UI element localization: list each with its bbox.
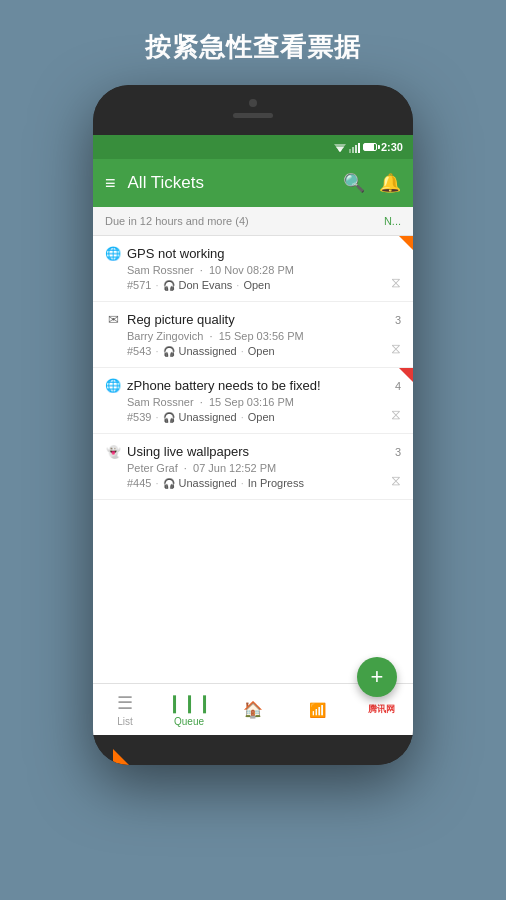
ticket-author-date: Barry Zingovich · 15 Sep 03:56 PM	[105, 330, 401, 342]
timer-icon: ⧖	[391, 274, 401, 290]
ticket-author-date: Sam Rossner · 15 Sep 03:16 PM	[105, 396, 401, 408]
fab-button[interactable]: +	[357, 657, 397, 697]
ticket-type-icon: 🌐	[105, 378, 121, 393]
social-icon: 📶	[309, 702, 326, 718]
nav-item-brand[interactable]: 腾讯网	[349, 697, 413, 722]
battery-icon	[363, 143, 377, 151]
hamburger-icon[interactable]: ≡	[105, 173, 116, 194]
queue-icon: ❙❙❙	[167, 692, 212, 714]
status-bar: 2:30	[93, 135, 413, 159]
page-title: 按紧急性查看票据	[125, 0, 381, 85]
ticket-assignee: Unassigned	[179, 477, 237, 489]
ticket-status: Open	[248, 345, 275, 357]
ticket-title: zPhone battery needs to be fixed!	[127, 378, 389, 393]
brand-label: 腾讯网	[368, 703, 395, 716]
timer-icon: ⧖	[391, 472, 401, 488]
home-icon: 🏠	[243, 700, 263, 719]
search-icon[interactable]: 🔍	[343, 172, 365, 194]
ticket-title: Reg picture quality	[127, 312, 389, 327]
dot-sep1: ·	[155, 345, 158, 357]
ticket-count-badge: 4	[395, 380, 401, 392]
table-row[interactable]: ✉ Reg picture quality 3 Barry Zingovich …	[93, 302, 413, 368]
dot-sep1: ·	[155, 411, 158, 423]
signal-icon	[349, 141, 360, 153]
phone-camera	[249, 99, 257, 107]
ticket-list: 🌐 GPS not working Sam Rossner · 10 Nov 0…	[93, 236, 413, 683]
nav-item-social[interactable]: 📶	[285, 696, 349, 724]
ticket-author-date: Peter Graf · 07 Jun 12:52 PM	[105, 462, 401, 474]
ticket-status: Open	[248, 411, 275, 423]
headset-icon: 🎧	[163, 280, 175, 291]
ticket-author-date: Sam Rossner · 10 Nov 08:28 PM	[105, 264, 401, 276]
ticket-count-badge: 3	[395, 314, 401, 326]
wifi-icon	[334, 142, 346, 152]
bell-icon[interactable]: 🔔	[379, 172, 401, 194]
headset-icon: 🎧	[163, 478, 175, 489]
ticket-assignee: Don Evans	[179, 279, 233, 291]
timer-icon: ⧖	[391, 406, 401, 422]
table-row[interactable]: 🌐 GPS not working Sam Rossner · 10 Nov 0…	[93, 236, 413, 302]
ticket-assignee: Unassigned	[179, 345, 237, 357]
svg-marker-2	[338, 150, 342, 153]
phone-top-bezel	[93, 85, 413, 135]
app-bar-title: All Tickets	[128, 173, 331, 193]
table-row[interactable]: 🌐 zPhone battery needs to be fixed! 4 Sa…	[93, 368, 413, 434]
dot-sep2: ·	[241, 345, 244, 357]
headset-icon: 🎧	[163, 412, 175, 423]
ticket-status: In Progress	[248, 477, 304, 489]
dot-sep1: ·	[155, 279, 158, 291]
section-header: Due in 12 hours and more (4) N...	[93, 207, 413, 236]
ticket-id: #539	[127, 411, 151, 423]
status-icons	[334, 141, 377, 153]
ticket-timer: ⧖	[391, 405, 401, 423]
dot-sep1: ·	[155, 477, 158, 489]
dot-sep2: ·	[241, 477, 244, 489]
section-next[interactable]: N...	[384, 215, 401, 227]
ticket-type-icon: 🌐	[105, 246, 121, 261]
ticket-type-icon: 👻	[105, 445, 121, 459]
ticket-id: #571	[127, 279, 151, 291]
table-row[interactable]: 👻 Using live wallpapers 3 Peter Graf · 0…	[93, 434, 413, 500]
dot-sep2: ·	[241, 411, 244, 423]
app-bar: ≡ All Tickets 🔍 🔔	[93, 159, 413, 207]
phone-speaker	[233, 113, 273, 118]
nav-label-list: List	[117, 716, 133, 727]
ticket-id: #445	[127, 477, 151, 489]
nav-item-home[interactable]: 🏠	[221, 694, 285, 725]
phone-screen: 2:30 ≡ All Tickets 🔍 🔔 Due in 12 hours a…	[93, 135, 413, 735]
ticket-type-icon: ✉	[105, 312, 121, 327]
ticket-timer: ⧖	[391, 339, 401, 357]
nav-item-list[interactable]: ☰ List	[93, 686, 157, 733]
nav-label-queue: Queue	[174, 716, 204, 727]
headset-icon: 🎧	[163, 346, 175, 357]
ticket-timer: ⧖	[391, 273, 401, 291]
app-bar-actions: 🔍 🔔	[343, 172, 401, 194]
phone-container: 2:30 ≡ All Tickets 🔍 🔔 Due in 12 hours a…	[93, 85, 413, 765]
phone-bottom-bezel	[93, 735, 413, 765]
status-time: 2:30	[381, 141, 403, 153]
section-label: Due in 12 hours and more (4)	[105, 215, 249, 227]
nav-item-queue[interactable]: ❙❙❙ Queue	[157, 686, 221, 733]
ticket-timer: ⧖	[391, 471, 401, 489]
timer-icon: ⧖	[391, 340, 401, 356]
ticket-status: Open	[243, 279, 270, 291]
ticket-title: Using live wallpapers	[127, 444, 389, 459]
ticket-title: GPS not working	[127, 246, 401, 261]
dot-sep2: ·	[236, 279, 239, 291]
ticket-id: #543	[127, 345, 151, 357]
ticket-assignee: Unassigned	[179, 411, 237, 423]
ticket-count-badge: 3	[395, 446, 401, 458]
list-icon: ☰	[117, 692, 133, 714]
